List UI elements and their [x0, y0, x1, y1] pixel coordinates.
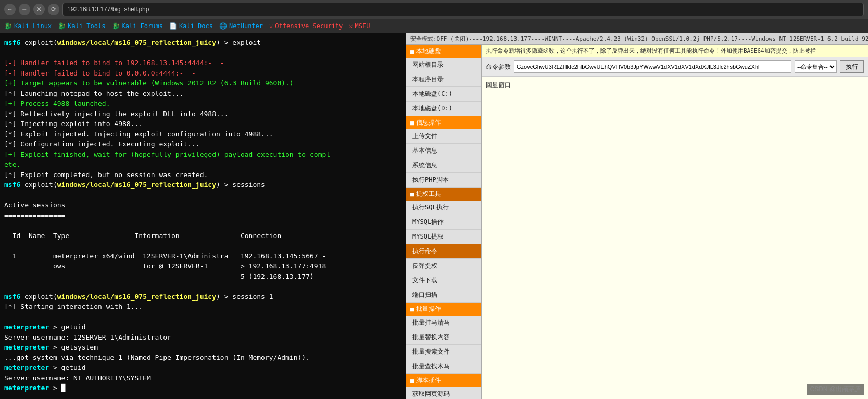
sidebar-section-local-disk[interactable]: ■ 本地硬盘 [406, 45, 481, 58]
sidebar-section-batch[interactable]: ■ 批量操作 [406, 303, 481, 316]
bookmark-msfu[interactable]: ⚔ MSFU [349, 22, 370, 30]
bookmark-offensive-security[interactable]: ⚔ Offensive Security [269, 22, 343, 30]
output-label: 回显窗口 [486, 81, 864, 90]
kali-forums-icon: 🐉 [112, 22, 120, 30]
main-content: msf6 exploit(windows/local/ms16_075_refl… [0, 33, 868, 399]
browser-chrome: ← → ✕ ⟳ 🐉 Kali Linux 🐉 Kali Tools 🐉 Kali… [0, 0, 868, 33]
sidebar-item-disk-d[interactable]: 本地磁盘(D:) [406, 102, 481, 116]
status-bar: 安全模式:OFF (关闭)----192.168.13.177----WINNT… [406, 33, 868, 45]
reload-button[interactable]: ⟳ [48, 4, 59, 15]
nethunter-icon: 🌐 [219, 22, 227, 30]
sidebar-item-upload[interactable]: 上传文件 [406, 129, 481, 144]
bookmark-kali-docs[interactable]: 📄 Kali Docs [169, 22, 213, 30]
cmd-input[interactable] [514, 60, 791, 73]
terminal-panel[interactable]: msf6 exploit(windows/local/ms16_075_refl… [0, 33, 406, 399]
bookmark-nethunter[interactable]: 🌐 NetHunter [219, 22, 263, 30]
address-bar[interactable] [62, 3, 864, 16]
forward-button[interactable]: → [19, 4, 30, 15]
sidebar-item-disk-c[interactable]: 本地磁盘(C:) [406, 87, 481, 102]
bookmark-kali-tools[interactable]: 🐉 Kali Tools [58, 22, 105, 30]
cmd-dropdown[interactable]: --命令集合-- [795, 60, 837, 73]
sidebar-item-mysql-ops[interactable]: MYSQL操作 [406, 215, 481, 230]
sidebar-item-reverse-shell[interactable]: 反弹提权 [406, 259, 481, 273]
section-icon-3: ■ [410, 191, 414, 198]
terminal-output: msf6 exploit(windows/local/ms16_075_refl… [4, 38, 402, 393]
webshell-content: ■ 本地硬盘 网站根目录 本程序目录 本地磁盘(C:) 本地磁盘(D:) ■ [406, 45, 868, 399]
section-icon-2: ■ [410, 119, 414, 127]
info-bar: 执行命令新增很多隐藏函数，这个执行不了，除了反弹出来，绝对没有任何工具能执行命令… [482, 45, 868, 57]
bookmark-kali-forums[interactable]: 🐉 Kali Forums [112, 22, 163, 30]
sidebar-section-scripts[interactable]: ■ 脚本插件 [406, 374, 481, 387]
sidebar-item-basic-info[interactable]: 基本信息 [406, 144, 481, 158]
section-icon-4: ■ [410, 306, 414, 313]
sidebar-item-website-root[interactable]: 网站根目录 [406, 58, 481, 72]
sidebar-item-batch-replace[interactable]: 批量替换内容 [406, 330, 481, 345]
execute-button[interactable]: 执行 [840, 60, 864, 73]
browser-toolbar: ← → ✕ ⟳ [0, 0, 868, 19]
bookmark-kali-linux[interactable]: 🐉 Kali Linux [4, 22, 52, 30]
cmd-input-row: 命令参数 --命令集合-- 执行 [482, 57, 868, 77]
sidebar-item-program-dir[interactable]: 本程序目录 [406, 72, 481, 87]
watermark: CSDN @出颅茅庐 [807, 384, 864, 395]
output-area: 回显窗口 [482, 77, 868, 399]
sidebar-section-privilege[interactable]: ■ 提权工具 [406, 188, 481, 201]
back-button[interactable]: ← [4, 4, 16, 15]
sidebar-item-exec-cmd[interactable]: 执行命令 [406, 244, 481, 259]
kali-tools-icon: 🐉 [58, 22, 66, 30]
sidebar-item-get-source[interactable]: 获取网页源码 [406, 387, 481, 399]
section-icon-5: ■ [410, 377, 414, 384]
webshell-sidebar: ■ 本地硬盘 网站根目录 本程序目录 本地磁盘(C:) 本地磁盘(D:) ■ [406, 45, 482, 399]
sidebar-item-php-script[interactable]: 执行PHP脚本 [406, 173, 481, 188]
webshell-main: 执行命令新增很多隐藏函数，这个执行不了，除了反弹出来，绝对没有任何工具能执行命令… [482, 45, 868, 399]
sidebar-item-file-download[interactable]: 文件下载 [406, 273, 481, 288]
sidebar-item-mysql-priv[interactable]: MYSQL提权 [406, 230, 481, 244]
section-icon-1: ■ [410, 48, 414, 55]
sidebar-item-system-info[interactable]: 系统信息 [406, 158, 481, 173]
sidebar-item-sql-exec[interactable]: 执行SQL执行 [406, 201, 481, 215]
sidebar-item-batch-trojan[interactable]: 批量查找木马 [406, 359, 481, 374]
sidebar-item-batch-search[interactable]: 批量搜索文件 [406, 345, 481, 359]
right-panel: 安全模式:OFF (关闭)----192.168.13.177----WINNT… [406, 33, 868, 399]
kali-dragon-icon: 🐉 [4, 22, 12, 30]
bookmarks-bar: 🐉 Kali Linux 🐉 Kali Tools 🐉 Kali Forums … [0, 19, 868, 33]
offensive-security-icon: ⚔ [269, 22, 273, 30]
sidebar-section-info-ops[interactable]: ■ 信息操作 [406, 116, 481, 129]
sidebar-item-batch-horse[interactable]: 批量挂马清马 [406, 316, 481, 330]
msfu-icon: ⚔ [349, 22, 353, 30]
close-button[interactable]: ✕ [33, 4, 45, 15]
cmd-label: 命令参数 [486, 63, 511, 71]
kali-docs-icon: 📄 [169, 22, 177, 30]
sidebar-item-port-scan[interactable]: 端口扫描 [406, 288, 481, 303]
